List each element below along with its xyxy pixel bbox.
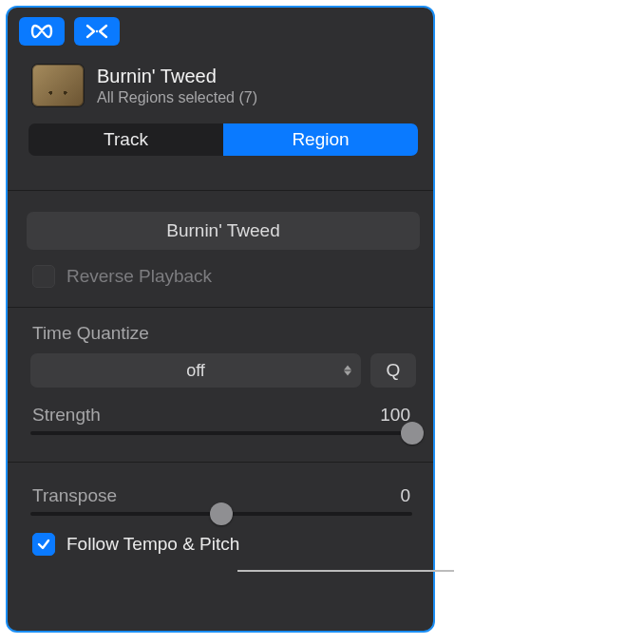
track-region-segmented-control[interactable]: Track Region — [28, 123, 418, 156]
reverse-playback-checkbox[interactable] — [32, 265, 55, 288]
time-quantize-section: Time Quantize — [8, 308, 433, 348]
time-quantize-select[interactable]: off — [30, 353, 361, 388]
track-thumbnail — [32, 65, 84, 106]
region-header: Burnin' Tweed All Regions selected (7) — [8, 51, 433, 110]
merge-button[interactable] — [74, 17, 120, 46]
region-name-field[interactable]: Burnin' Tweed — [27, 212, 420, 250]
time-quantize-value: off — [186, 361, 205, 381]
follow-tempo-pitch-label: Follow Tempo & Pitch — [66, 534, 239, 555]
svg-point-0 — [96, 30, 98, 32]
follow-tempo-pitch-checkbox[interactable] — [32, 533, 55, 556]
segment-track[interactable]: Track — [28, 123, 223, 156]
reverse-playback-row: Reverse Playback — [8, 261, 433, 301]
region-title: Burnin' Tweed — [97, 66, 257, 87]
quantize-apply-button[interactable]: Q — [370, 353, 416, 388]
region-subtitle: All Regions selected (7) — [97, 89, 257, 106]
audio-editor-inspector-panel: Burnin' Tweed All Regions selected (7) T… — [6, 6, 435, 633]
loop-mode-button[interactable] — [19, 17, 65, 46]
transpose-slider-thumb[interactable] — [210, 502, 233, 525]
transpose-value: 0 — [400, 485, 410, 506]
reverse-playback-label: Reverse Playback — [66, 266, 212, 287]
time-quantize-label: Time Quantize — [32, 323, 414, 344]
transpose-label: Transpose — [32, 485, 117, 506]
transpose-slider[interactable] — [30, 512, 412, 516]
callout-leader-line — [237, 570, 454, 572]
select-stepper-icon — [344, 366, 351, 376]
loop-icon — [29, 24, 54, 39]
strength-label: Strength — [32, 405, 101, 426]
checkmark-icon — [37, 538, 50, 551]
strength-slider-thumb[interactable] — [401, 422, 424, 445]
segment-region[interactable]: Region — [223, 123, 418, 156]
merge-arrows-icon — [85, 23, 109, 40]
strength-slider[interactable] — [30, 431, 412, 435]
toolbar — [8, 8, 433, 51]
section-divider — [8, 190, 433, 191]
